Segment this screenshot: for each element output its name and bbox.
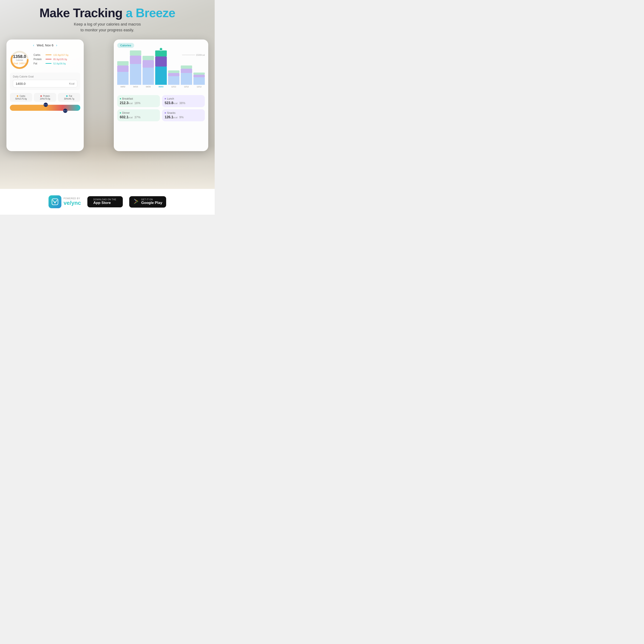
chart-header: Calories [117, 43, 205, 48]
date-nav: ‹ Wed, Nov 6 › [10, 43, 80, 47]
bar-chart: 1500Kcal 04/02 [117, 50, 205, 93]
calorie-goal: Goal: 1400.0 [13, 62, 26, 65]
goal-section: Daily Calorie Goal 1400.0 Kcal [10, 73, 80, 90]
goal-unit: Kcal [69, 82, 74, 85]
chart-limit-line: 1500Kcal [182, 54, 205, 56]
footer: POWERED BY ve/ync Download on the App St… [0, 189, 215, 215]
macro-chip-fat: Fat 30%/46.7g [58, 93, 80, 102]
google-play-sub: GET IT ON [141, 198, 162, 201]
google-play-main: Google Play [141, 201, 162, 205]
headline: Make Tracking a Breeze [4, 6, 210, 20]
vesync-text: POWERED BY ve/ync [64, 197, 81, 206]
macro-chip-protein: Protein 20%/70.0g [34, 93, 56, 102]
meal-cards: Breakfast 212.3kcal 16% Lunch 523.8kcal … [117, 95, 205, 121]
bar-group: 04/25 [143, 50, 154, 88]
meal-card-lunch: Lunch 523.8kcal 38% [162, 95, 205, 107]
calorie-value: 1358.0 [13, 54, 26, 59]
slider-handle-bottom[interactable]: ◁▷ [63, 109, 67, 113]
bar-group: 04/02 [117, 50, 129, 88]
bar-label-active: 05/03 [159, 86, 164, 88]
bar-group: 12/12 [168, 50, 179, 88]
vesync-icon [49, 195, 61, 208]
vesync-brand: ve/ync [64, 200, 81, 206]
countertop [0, 146, 215, 189]
goal-value: 1400.0 [16, 82, 26, 85]
calorie-summary: 1358.0 Calories Goal: 1400.0 Carbs 132.8… [10, 50, 80, 70]
mockups-area: ‹ Wed, Nov 6 › 1358.0 Calories Goal: 140… [0, 37, 215, 164]
macro-row-fat: Fat 52.8g/38.9g [33, 62, 80, 65]
color-bar-section: ◁▷ ◁▷ [10, 105, 80, 111]
right-mockup: Calories 1500Kcal 04/02 [114, 39, 208, 151]
bar-label: 04/15 [133, 86, 138, 88]
goal-input-row[interactable]: 1400.0 Kcal [13, 80, 77, 87]
meal-card-dinner: Dinner 602.1kcal 37% [117, 109, 160, 121]
google-play-button[interactable]: GET IT ON Google Play [129, 196, 166, 208]
bar-label: 12/12 [197, 86, 202, 88]
bar-label: 04/25 [146, 86, 151, 88]
chart-title: Calories [117, 43, 134, 48]
headline-prefix: Make Tracking [39, 6, 123, 20]
goal-title: Daily Calorie Goal [13, 75, 77, 78]
macros-list: Carbs 132.8g/157.5g Protein 85.9g/105.0g… [33, 53, 80, 66]
macro-chip-carbs: Carbs 50%/175.0g [10, 93, 32, 102]
next-arrow[interactable]: › [56, 43, 57, 47]
header: Make Tracking a Breeze Keep a log of you… [0, 0, 215, 35]
bar-label: 12/12 [171, 86, 176, 88]
headline-highlight: a Breeze [126, 6, 175, 20]
calorie-ring: 1358.0 Calories Goal: 1400.0 [10, 50, 29, 70]
app-store-sub: Download on the [93, 198, 116, 201]
macro-dist: Carbs 50%/175.0g Protein 20%/70.0g Fat 3… [10, 93, 80, 102]
meal-card-breakfast: Breakfast 212.3kcal 16% [117, 95, 160, 107]
macro-row-carbs: Carbs 132.8g/157.5g [33, 53, 80, 56]
bar-label: 12/12 [184, 86, 189, 88]
prev-arrow[interactable]: ‹ [33, 43, 34, 47]
meal-card-snacks: Snacks 126.1kcal 9% [162, 109, 205, 121]
vesync-logo: POWERED BY ve/ync [49, 195, 81, 208]
svg-point-3 [54, 202, 56, 203]
nav-date: Wed, Nov 6 [37, 43, 53, 47]
calorie-label: Calories [13, 59, 26, 61]
powered-by-label: POWERED BY [64, 197, 81, 200]
bar-group-active: 05/03 [155, 50, 167, 88]
app-store-main: App Store [93, 201, 116, 205]
subheadline: Keep a log of your calories and macrosto… [4, 21, 210, 33]
bar-label: 04/02 [120, 86, 125, 88]
google-play-icon [133, 198, 139, 205]
left-mockup: ‹ Wed, Nov 6 › 1358.0 Calories Goal: 140… [6, 39, 84, 151]
macro-row-protein: Protein 85.9g/105.0g [33, 58, 80, 61]
bar-group: 04/15 [130, 50, 141, 88]
app-store-button[interactable]: Download on the App Store [87, 196, 123, 207]
